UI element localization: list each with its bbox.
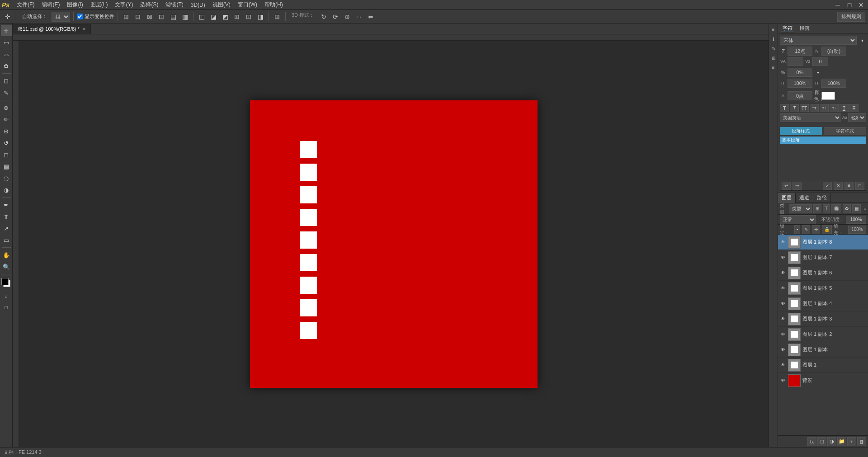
auto-align-icon[interactable]: ⊞ [272, 12, 282, 22]
menu-item-type[interactable]: 文字(Y) [111, 0, 137, 9]
paragraph-align-center[interactable]: 字符样式 [824, 127, 867, 135]
menu-item-view[interactable]: 视图(V) [209, 0, 234, 9]
paths-tab[interactable]: 路径 [813, 193, 831, 203]
opacity-input[interactable] [846, 216, 866, 224]
layer-item[interactable]: 👁图层 1 副本 4 [778, 296, 868, 311]
menu-item-edit[interactable]: 编辑(E) [38, 0, 63, 9]
tab-close-button[interactable]: ✕ [82, 27, 86, 32]
move-tool[interactable]: ✛ [1, 25, 12, 36]
layer-item[interactable]: 👁图层 1 副本 7 [778, 250, 868, 265]
tab-document-1[interactable]: 双11.psd @ 100%(RGB/8) * ✕ [13, 24, 91, 34]
layer-item[interactable]: 👁图层 1 副本 2 [778, 327, 868, 342]
strikethrough-button[interactable]: T [849, 104, 859, 112]
3d-slide-icon[interactable]: ↔ [354, 12, 364, 22]
paragraph-tab[interactable]: 段落 [798, 25, 811, 32]
filter-icon-btn2[interactable]: T [823, 204, 830, 213]
menu-item-help[interactable]: 帮助(H) [261, 0, 287, 9]
menu-item-image[interactable]: 图像(I) [63, 0, 86, 9]
lasso-tool[interactable]: ⌓ [1, 49, 12, 60]
align-left-icon[interactable]: ⊞ [121, 12, 131, 22]
menu-item-window[interactable]: 窗口(W) [234, 0, 261, 9]
channels-tab[interactable]: 通道 [796, 193, 813, 203]
layer-mask-btn[interactable]: ◻ [817, 437, 826, 446]
font-style-select[interactable]: ▾ [858, 35, 866, 45]
subscript-button[interactable]: T↓ [830, 104, 839, 112]
font-family-select[interactable]: 宋体 [780, 36, 857, 45]
minimize-button[interactable]: ─ [833, 0, 843, 10]
align-middle-icon[interactable]: ▤ [168, 12, 178, 22]
panel-toggle-5[interactable]: ≡ [769, 63, 778, 71]
maximize-button[interactable]: □ [844, 0, 854, 10]
foreground-color-swatch[interactable] [1, 278, 9, 285]
pen-tool[interactable]: ✒ [1, 199, 12, 210]
scale-h-input[interactable] [788, 79, 812, 88]
auto-select-dropdown[interactable]: 组 [52, 12, 70, 22]
kerning-input[interactable] [812, 57, 828, 66]
layer-visibility-toggle[interactable]: 👁 [780, 285, 786, 292]
blur-tool[interactable]: ◌ [1, 173, 12, 184]
3d-rotate-icon[interactable]: ↻ [319, 12, 329, 22]
smallcaps-button[interactable]: TT [810, 104, 819, 112]
leading-input[interactable] [821, 47, 846, 56]
layers-tab[interactable]: 图层 [778, 193, 796, 203]
paragraph-align-left[interactable]: 段落样式 [780, 127, 822, 135]
3d-scale-icon[interactable]: ⇔ [366, 12, 376, 22]
filter-icon-btn3[interactable]: 🔘 [831, 204, 841, 213]
align-center-icon[interactable]: ⊟ [133, 12, 143, 22]
layer-item[interactable]: 👁图层 1 副本 5 [778, 281, 868, 296]
panel-toggle-1[interactable]: ≡ [769, 25, 778, 33]
underline-button[interactable]: T [840, 104, 849, 112]
canvas-document[interactable] [250, 100, 538, 388]
menu-item-select[interactable]: 选择(S) [137, 0, 162, 9]
lock-transparent-btn[interactable]: ▪ [794, 225, 801, 234]
scale-v-input[interactable] [821, 79, 846, 88]
layer-visibility-toggle[interactable]: 👁 [780, 362, 786, 368]
menu-item-file[interactable]: 文件(F) [13, 0, 38, 9]
align-right-icon[interactable]: ⊠ [145, 12, 155, 22]
3d-roll-icon[interactable]: ⟳ [330, 12, 340, 22]
tracking-dropdown[interactable]: ▾ [814, 67, 822, 77]
distribute-top-icon[interactable]: ⊞ [232, 12, 242, 22]
font-size-input[interactable] [788, 47, 812, 56]
tracking-pct-input[interactable] [788, 68, 812, 77]
undo-button[interactable]: ↩ [782, 182, 791, 190]
tracking-input[interactable] [788, 57, 803, 66]
layer-new-btn[interactable]: + [847, 437, 856, 446]
lock-all-btn[interactable]: 🔒 [822, 225, 832, 234]
close-button[interactable]: ✕ [856, 0, 866, 10]
panel-toggle-4[interactable]: ⊞ [769, 54, 778, 62]
crop-tool[interactable]: ⊡ [1, 75, 12, 86]
fill-input[interactable] [848, 226, 866, 234]
type-tool[interactable]: T [1, 211, 12, 222]
bold-button[interactable]: T [780, 104, 789, 112]
layer-visibility-toggle[interactable]: 👁 [780, 347, 786, 353]
distribute-left-icon[interactable]: ◫ [197, 12, 207, 22]
distribute-bottom-icon[interactable]: ◨ [255, 12, 265, 22]
layer-filter-select[interactable]: 类型 [789, 204, 812, 213]
character-tab[interactable]: 字符 [781, 25, 794, 32]
italic-button[interactable]: T [790, 104, 799, 112]
lock-image-btn[interactable]: ✎ [802, 225, 810, 234]
menu-item-filter[interactable]: 滤镜(T) [162, 0, 187, 9]
redo-button[interactable]: ↪ [793, 182, 802, 190]
show-transform-checkbox[interactable] [77, 14, 83, 19]
panel-toggle-3[interactable]: ✎ [769, 44, 778, 52]
layer-visibility-toggle[interactable]: 👁 [780, 331, 786, 338]
distribute-center-v-icon[interactable]: ⊡ [244, 12, 254, 22]
layer-item[interactable]: 👁图层 1 副本 8 [778, 235, 868, 250]
layer-visibility-toggle[interactable]: 👁 [780, 254, 786, 261]
brush-tool[interactable]: ✏ [1, 114, 12, 125]
distribute-right-icon[interactable]: ◩ [220, 12, 230, 22]
canvas-area[interactable] [19, 41, 769, 447]
panel-toggle-2[interactable]: ℹ [769, 35, 778, 43]
superscript-button[interactable]: T↑ [820, 104, 829, 112]
move-tool-icon[interactable]: ✛ [3, 12, 13, 22]
confirm-button[interactable]: ✓ [823, 182, 832, 190]
options-button[interactable]: ≡ [844, 182, 854, 190]
layer-style-btn[interactable]: fx [807, 437, 816, 446]
spot-healing-tool[interactable]: ⊛ [1, 102, 12, 113]
layer-group-btn[interactable]: 📁 [837, 437, 846, 446]
hand-tool[interactable]: ✋ [1, 250, 12, 260]
quick-select-tool[interactable]: ✿ [1, 61, 12, 71]
align-bottom-icon[interactable]: ▥ [180, 12, 190, 22]
